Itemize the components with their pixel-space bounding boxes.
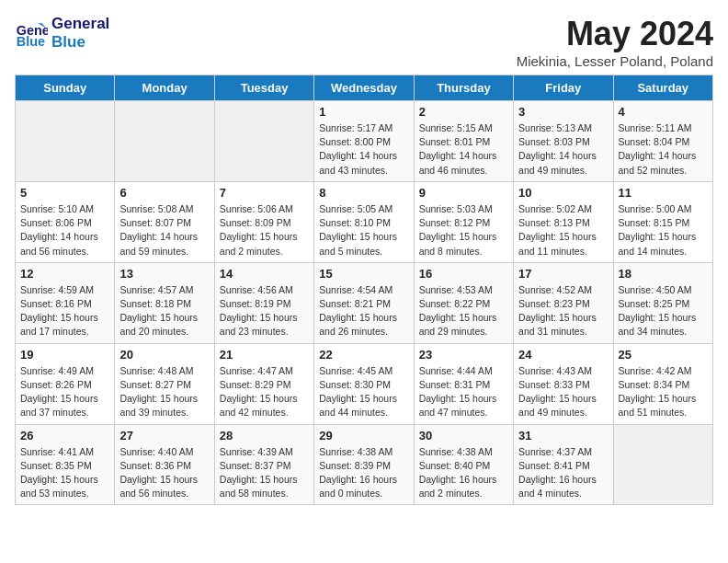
calendar-cell: 22Sunrise: 4:45 AMSunset: 8:30 PMDayligh… [314,343,414,424]
day-info: Sunrise: 4:50 AMSunset: 8:25 PMDaylight:… [619,283,708,339]
day-info: Sunrise: 4:41 AMSunset: 8:35 PMDaylight:… [20,445,109,501]
calendar-cell: 10Sunrise: 5:02 AMSunset: 8:13 PMDayligh… [514,181,613,262]
day-number: 29 [319,429,408,442]
calendar-cell [214,101,313,182]
day-info: Sunrise: 4:38 AMSunset: 8:40 PMDaylight:… [419,445,508,501]
calendar-cell: 14Sunrise: 4:56 AMSunset: 8:19 PMDayligh… [214,262,313,343]
weekday-header: Sunday [16,75,115,101]
day-number: 31 [518,429,608,442]
day-number: 6 [119,186,209,200]
day-info: Sunrise: 4:43 AMSunset: 8:33 PMDaylight:… [518,364,608,420]
day-info: Sunrise: 5:08 AMSunset: 8:07 PMDaylight:… [119,202,209,259]
day-number: 26 [20,429,109,442]
day-info: Sunrise: 4:57 AMSunset: 8:18 PMDaylight:… [119,283,209,339]
day-info: Sunrise: 5:11 AMSunset: 8:04 PMDaylight:… [619,121,708,178]
calendar-cell: 8Sunrise: 5:05 AMSunset: 8:10 PMDaylight… [314,181,414,262]
calendar-cell [115,101,214,182]
calendar-cell: 28Sunrise: 4:39 AMSunset: 8:37 PMDayligh… [214,424,313,505]
svg-text:Blue: Blue [17,34,45,49]
day-number: 10 [518,186,608,200]
weekday-header: Saturday [613,75,712,101]
calendar-cell: 4Sunrise: 5:11 AMSunset: 8:04 PMDaylight… [613,101,712,182]
weekday-header: Thursday [414,75,513,101]
day-info: Sunrise: 4:56 AMSunset: 8:19 PMDaylight:… [220,283,309,339]
day-number: 25 [619,348,708,362]
day-number: 21 [220,348,309,362]
weekday-header: Tuesday [214,75,313,101]
calendar-cell: 17Sunrise: 4:52 AMSunset: 8:23 PMDayligh… [514,262,613,343]
weekday-header: Friday [514,75,613,101]
calendar-cell: 26Sunrise: 4:41 AMSunset: 8:35 PMDayligh… [16,424,115,505]
calendar-cell: 29Sunrise: 4:38 AMSunset: 8:39 PMDayligh… [314,424,414,505]
logo: General Blue General Blue [15,15,109,52]
day-info: Sunrise: 4:59 AMSunset: 8:16 PMDaylight:… [20,283,109,339]
day-number: 1 [319,105,408,119]
day-number: 8 [319,186,408,200]
logo-line2: Blue [51,33,109,52]
calendar-table: SundayMondayTuesdayWednesdayThursdayFrid… [15,75,713,505]
calendar-cell: 27Sunrise: 4:40 AMSunset: 8:36 PMDayligh… [115,424,214,505]
calendar-cell: 2Sunrise: 5:15 AMSunset: 8:01 PMDaylight… [414,101,513,182]
page-header: General Blue General Blue May 2024 Mieki… [15,15,713,69]
calendar-cell: 3Sunrise: 5:13 AMSunset: 8:03 PMDaylight… [514,101,613,182]
day-number: 30 [419,429,508,442]
day-number: 23 [419,348,508,362]
day-number: 7 [220,186,309,200]
month-title: May 2024 [517,15,713,53]
day-number: 28 [220,429,309,442]
day-number: 18 [619,267,708,281]
day-info: Sunrise: 5:06 AMSunset: 8:09 PMDaylight:… [220,202,309,259]
logo-line1: General [51,15,109,33]
day-info: Sunrise: 4:48 AMSunset: 8:27 PMDaylight:… [119,364,209,420]
day-number: 14 [220,267,309,281]
day-info: Sunrise: 5:17 AMSunset: 8:00 PMDaylight:… [319,121,408,178]
day-info: Sunrise: 4:40 AMSunset: 8:36 PMDaylight:… [119,445,209,501]
day-number: 16 [419,267,508,281]
calendar-cell: 6Sunrise: 5:08 AMSunset: 8:07 PMDaylight… [115,181,214,262]
day-number: 20 [119,348,209,362]
calendar-cell: 25Sunrise: 4:42 AMSunset: 8:34 PMDayligh… [613,343,712,424]
day-number: 13 [119,267,209,281]
day-info: Sunrise: 4:53 AMSunset: 8:22 PMDaylight:… [419,283,508,339]
calendar-cell: 16Sunrise: 4:53 AMSunset: 8:22 PMDayligh… [414,262,513,343]
calendar-cell: 24Sunrise: 4:43 AMSunset: 8:33 PMDayligh… [514,343,613,424]
day-number: 17 [518,267,608,281]
day-info: Sunrise: 4:37 AMSunset: 8:41 PMDaylight:… [518,445,608,501]
day-number: 2 [419,105,508,119]
calendar-cell: 13Sunrise: 4:57 AMSunset: 8:18 PMDayligh… [115,262,214,343]
day-number: 9 [419,186,508,200]
day-number: 12 [20,267,109,281]
day-info: Sunrise: 5:15 AMSunset: 8:01 PMDaylight:… [419,121,508,178]
day-number: 24 [518,348,608,362]
day-info: Sunrise: 5:13 AMSunset: 8:03 PMDaylight:… [518,121,608,178]
calendar-cell [16,101,115,182]
calendar-cell: 7Sunrise: 5:06 AMSunset: 8:09 PMDaylight… [214,181,313,262]
day-info: Sunrise: 5:10 AMSunset: 8:06 PMDaylight:… [20,202,109,259]
day-number: 11 [619,186,708,200]
day-info: Sunrise: 4:42 AMSunset: 8:34 PMDaylight:… [619,364,708,420]
day-number: 22 [319,348,408,362]
calendar-cell: 5Sunrise: 5:10 AMSunset: 8:06 PMDaylight… [16,181,115,262]
day-number: 4 [619,105,708,119]
calendar-cell: 18Sunrise: 4:50 AMSunset: 8:25 PMDayligh… [613,262,712,343]
day-number: 5 [20,186,109,200]
day-info: Sunrise: 5:03 AMSunset: 8:12 PMDaylight:… [419,202,508,259]
day-info: Sunrise: 4:39 AMSunset: 8:37 PMDaylight:… [220,445,309,501]
day-number: 19 [20,348,109,362]
calendar-cell: 30Sunrise: 4:38 AMSunset: 8:40 PMDayligh… [414,424,513,505]
weekday-header: Monday [115,75,214,101]
day-info: Sunrise: 4:49 AMSunset: 8:26 PMDaylight:… [20,364,109,420]
calendar-cell: 9Sunrise: 5:03 AMSunset: 8:12 PMDaylight… [414,181,513,262]
day-info: Sunrise: 4:38 AMSunset: 8:39 PMDaylight:… [319,445,408,501]
calendar-header: SundayMondayTuesdayWednesdayThursdayFrid… [16,75,713,101]
day-number: 3 [518,105,608,119]
calendar-cell: 19Sunrise: 4:49 AMSunset: 8:26 PMDayligh… [16,343,115,424]
calendar-cell: 21Sunrise: 4:47 AMSunset: 8:29 PMDayligh… [214,343,313,424]
calendar-cell [613,424,712,505]
calendar-cell: 11Sunrise: 5:00 AMSunset: 8:15 PMDayligh… [613,181,712,262]
location-subtitle: Miekinia, Lesser Poland, Poland [517,53,713,69]
day-number: 27 [119,429,209,442]
day-info: Sunrise: 4:47 AMSunset: 8:29 PMDaylight:… [220,364,309,420]
weekday-header: Wednesday [314,75,414,101]
calendar-cell: 23Sunrise: 4:44 AMSunset: 8:31 PMDayligh… [414,343,513,424]
